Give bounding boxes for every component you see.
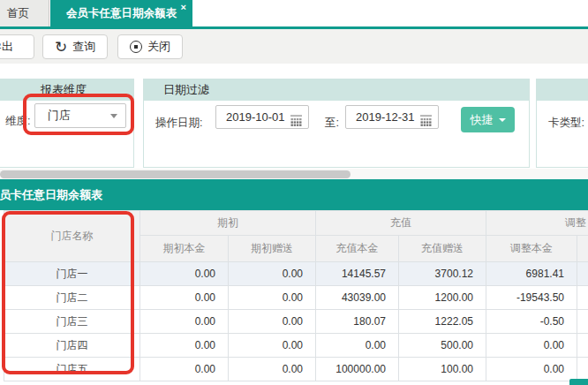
close-button[interactable]: 关闭 <box>117 34 183 59</box>
query-button-label: 查询 <box>72 39 95 55</box>
to-label: 至: <box>325 116 339 131</box>
tab-active-label: 会员卡任意日期余额表 <box>66 7 177 19</box>
dimension-select[interactable]: 门店 <box>34 103 126 128</box>
table-row[interactable]: 门店三 0.00 0.00 180.07 1222.05 -0.50 <box>4 310 588 334</box>
close-button-label: 关闭 <box>147 39 170 55</box>
panel-report-dimension: 报表维度 维度: 门店 <box>0 79 134 168</box>
column-header-opening-principal[interactable]: 期初本金 <box>140 236 229 262</box>
end-date-input[interactable]: 2019-12-31 <box>345 105 439 129</box>
tab-close-icon[interactable]: × <box>181 1 186 13</box>
column-header-adjust-principal[interactable]: 调整本金 <box>486 236 577 262</box>
value-cell: 0.00 <box>229 334 316 358</box>
export-button-label: 导出 <box>0 39 13 55</box>
value-cell: 0.00 <box>140 334 229 358</box>
panel-card-type: 卡类型: <box>536 79 588 168</box>
value-cell: 180.07 <box>316 310 399 334</box>
value-cell: -0.50 <box>486 310 577 334</box>
table-row[interactable]: 门店二 0.00 0.00 43039.00 1200.00 -19543.50 <box>4 286 588 310</box>
value-cell: 3700.12 <box>399 262 486 286</box>
value-cell: 0.00 <box>140 262 229 286</box>
quick-range-label: 快捷 <box>471 112 494 128</box>
column-header-clipped <box>577 236 588 262</box>
dimension-select-value: 门店 <box>48 109 71 122</box>
quick-range-button[interactable]: 快捷 <box>461 107 515 132</box>
group-header-recharge: 充值 <box>316 211 486 236</box>
value-cell: 0.00 <box>229 358 316 381</box>
value-cell: 0.00 <box>140 286 229 310</box>
store-name-cell: 门店四 <box>4 334 140 358</box>
value-cell: 0.00 <box>486 358 577 381</box>
panel-report-dimension-title: 报表维度 <box>0 79 133 101</box>
export-button[interactable]: 导出 <box>0 34 34 59</box>
start-date-value: 2019-10-01 <box>226 110 285 124</box>
value-cell: 0.00 <box>486 334 577 358</box>
value-cell: 0.00 <box>229 310 316 334</box>
scrollbar-thumb[interactable] <box>0 170 351 178</box>
clipped-cell <box>577 262 588 286</box>
value-cell: 0.00 <box>316 334 399 358</box>
panel-date-filter: 日期过滤 操作日期: 2019-10-01 至: 2019-12-31 <box>143 79 530 168</box>
value-cell: 1200.00 <box>399 286 486 310</box>
value-cell: 100000.00 <box>316 358 399 381</box>
tab-balance-report[interactable]: 会员卡任意日期余额表 × <box>50 0 192 29</box>
corner-accent <box>569 379 588 385</box>
grid-title-bar: 会员卡任意日期余额表 <box>0 179 588 210</box>
table-row[interactable]: 门店一 0.00 0.00 14145.57 3700.12 6981.41 <box>4 262 588 286</box>
store-name-cell: 门店二 <box>4 286 140 310</box>
query-button[interactable]: ↻ 查询 <box>42 34 108 59</box>
calendar-icon[interactable] <box>290 111 303 133</box>
app-window: 首页 会员卡任意日期余额表 × 导出 ↻ 查询 关闭 报表维度 维度: 门店 日… <box>0 0 588 385</box>
start-date-label: 操作日期: <box>155 116 202 131</box>
store-name-cell: 门店五 <box>4 358 140 381</box>
balance-table: 门店名称 期初 充值 调整 期初本金 期初赠送 充值本金 充值赠送 调整本金 门… <box>4 210 588 381</box>
clipped-cell <box>577 358 588 381</box>
column-header-recharge-principal[interactable]: 充值本金 <box>316 236 399 262</box>
column-header-opening-gift[interactable]: 期初赠送 <box>229 236 316 262</box>
column-header-recharge-gift[interactable]: 充值赠送 <box>399 236 486 262</box>
value-cell: 1222.05 <box>399 310 486 334</box>
chevron-down-icon <box>110 114 117 118</box>
value-cell: 0.00 <box>140 310 229 334</box>
column-header-store-name[interactable]: 门店名称 <box>4 211 140 262</box>
value-cell: 14145.57 <box>316 262 399 286</box>
calendar-icon[interactable] <box>419 111 433 133</box>
value-cell: 43039.00 <box>316 286 399 310</box>
tab-home[interactable]: 首页 <box>0 0 49 26</box>
grid-title-text: 会员卡任意日期余额表 <box>0 179 102 210</box>
group-header-opening: 期初 <box>140 211 316 236</box>
table-row[interactable]: 门店五 0.00 0.00 100000.00 100.00 0.00 <box>4 358 588 381</box>
store-name-cell: 门店一 <box>4 262 140 286</box>
refresh-icon: ↻ <box>55 40 67 54</box>
group-header-adjust: 调整 <box>486 211 588 236</box>
table-row[interactable]: 门店四 0.00 0.00 0.00 500.00 0.00 <box>4 334 588 358</box>
value-cell: 0.00 <box>229 286 316 310</box>
dot-circle-icon <box>130 41 142 53</box>
tab-home-label: 首页 <box>7 7 29 19</box>
value-cell: 0.00 <box>140 358 229 381</box>
tab-bar: 首页 会员卡任意日期余额表 × <box>0 0 588 29</box>
value-cell: -19543.50 <box>486 286 577 310</box>
value-cell: 6981.41 <box>486 262 577 286</box>
clipped-cell <box>577 310 588 334</box>
clipped-cell <box>577 334 588 358</box>
horizontal-scrollbar[interactable] <box>0 169 588 179</box>
value-cell: 0.00 <box>229 262 316 286</box>
value-cell: 500.00 <box>399 334 486 358</box>
end-date-value: 2019-12-31 <box>356 110 415 124</box>
value-cell: 100.00 <box>399 358 486 381</box>
card-type-label: 卡类型: <box>548 116 584 131</box>
panel-date-filter-title: 日期过滤 <box>144 79 529 101</box>
panel-card-type-title <box>537 79 588 101</box>
toolbar: 导出 ↻ 查询 关闭 <box>0 29 588 64</box>
chevron-down-icon <box>499 118 506 122</box>
dimension-label: 维度: <box>5 114 30 129</box>
start-date-input[interactable]: 2019-10-01 <box>215 105 309 129</box>
store-name-cell: 门店三 <box>4 310 140 334</box>
clipped-cell <box>577 286 588 310</box>
